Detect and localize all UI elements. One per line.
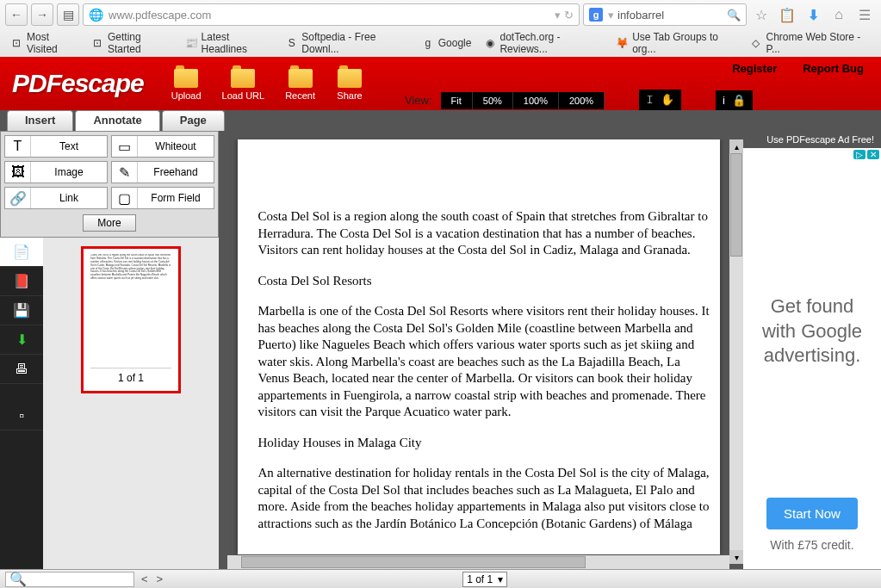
freehand-tool[interactable]: ✎Freehand (111, 161, 214, 183)
doc-scroll[interactable]: Costa Del Sol is a region along the sout… (227, 139, 729, 564)
link-tool[interactable]: 🔗Link (4, 187, 108, 209)
bookmark-item[interactable]: SSoftpedia - Free Downl... (280, 28, 413, 58)
scroll-thumb[interactable] (730, 153, 742, 257)
page-select[interactable]: 1 of 1 ▾ (462, 572, 507, 587)
ad-info-icon[interactable]: ▷ (853, 150, 865, 159)
zoom-100pct[interactable]: 100% (513, 92, 559, 109)
blank-icon[interactable]: ▫ (0, 401, 43, 430)
doc-page: Costa Del Sol is a region along the sout… (238, 139, 720, 554)
bookmark-item[interactable]: gGoogle (416, 34, 477, 53)
tool-label: Image (31, 166, 107, 178)
bookmark-label: Use Tab Groups to org... (632, 31, 737, 55)
register-link[interactable]: Register (732, 62, 777, 75)
thumb-label: 1 of 1 (90, 368, 171, 386)
save-icon[interactable]: 💾 (0, 296, 43, 325)
tool-label: Link (31, 192, 107, 204)
upload-button[interactable]: Upload (171, 66, 202, 101)
tools-grid: TText▭Whiteout🖼Image✎Freehand🔗Link▢Form … (0, 131, 219, 238)
text-cursor-icon[interactable]: 𝙸 (646, 93, 654, 107)
report-bug-link[interactable]: Report Bug (803, 62, 864, 75)
lock-icon[interactable]: 🔒 (732, 94, 746, 107)
zoom-fit[interactable]: Fit (441, 92, 473, 109)
search-dropdown-icon[interactable]: ▾ (608, 9, 614, 22)
tab-page[interactable]: Page (162, 110, 225, 131)
prev-page-button[interactable]: < (141, 573, 148, 585)
download-icon[interactable]: ⬇ (802, 3, 824, 26)
doc-paragraph: An alternative destination for holiday r… (258, 465, 711, 532)
star-icon[interactable]: ☆ (750, 3, 772, 26)
bookmark-item[interactable]: ⊡Most Visited (5, 28, 84, 58)
app-header: PDFescape UploadLoad URLRecentShare View… (0, 57, 881, 110)
tool-label: Form Field (138, 192, 214, 204)
dropdown-icon: ▾ (498, 573, 503, 585)
bookmark-label: dotTech.org - Reviews... (499, 31, 604, 55)
view-controls: View: Fit50%100%200% 𝙸 ✋ i 🔒 (405, 90, 753, 110)
doc-paragraph: Holiday Houses in Malaga City (258, 435, 711, 452)
bookmark-icon: ◇ (749, 36, 762, 50)
pages-icon[interactable]: 📄 (0, 238, 43, 267)
nav-row: ← → ▤ 🌐 www.pdfescape.com ▾ ↻ g ▾ infoba… (0, 0, 881, 29)
download-doc-icon[interactable]: ⬇ (0, 325, 43, 355)
bookmark-label: Chrome Web Store - P... (766, 31, 871, 55)
share-button[interactable]: Share (336, 66, 363, 101)
text-tool[interactable]: TText (4, 135, 108, 158)
bookmark-item[interactable]: 📰Latest Headlines (180, 28, 279, 58)
image-tool[interactable]: 🖼Image (4, 161, 108, 183)
hand-cursor-icon[interactable]: ✋ (661, 93, 674, 107)
google-icon: g (589, 8, 603, 22)
bookmark-icon: ◉ (483, 36, 496, 50)
bookmark-item[interactable]: ◉dotTech.org - Reviews... (478, 28, 609, 58)
back-button[interactable]: ← (5, 3, 28, 26)
bookmark-item[interactable]: 🦊Use Tab Groups to org... (611, 28, 742, 58)
whiteout-tool[interactable]: ▭Whiteout (111, 135, 214, 158)
forward-button[interactable]: → (31, 3, 53, 26)
bookmark-item[interactable]: ⊡Getting Started (86, 28, 178, 58)
logo: PDFescape (0, 69, 156, 98)
tab-annotate[interactable]: Annotate (75, 110, 159, 131)
vertical-scrollbar[interactable]: ▴ ▾ (729, 139, 743, 564)
home-icon[interactable]: ⌂ (828, 3, 850, 26)
folder-link-icon (229, 66, 257, 90)
bottom-search[interactable]: 🔍 (5, 572, 134, 587)
whiteout-icon: ▭ (112, 136, 138, 157)
bookmarks-row: ⊡Most Visited⊡Getting Started📰Latest Hea… (0, 29, 881, 57)
header-btn-label: Upload (171, 90, 202, 101)
link-icon: 🔗 (5, 188, 31, 208)
page-thumbnail[interactable]: Costa Del Sol is a region along the sout… (81, 246, 181, 393)
recent-button[interactable]: Recent (285, 66, 315, 101)
zoom-50pct[interactable]: 50% (473, 92, 513, 109)
ad-start-button[interactable]: Start Now (766, 498, 858, 529)
next-page-button[interactable]: > (157, 573, 164, 585)
ad-free-banner[interactable]: Use PDFescape Ad Free! (743, 131, 881, 148)
pdf-icon[interactable]: 📕 (0, 267, 43, 296)
print-icon[interactable]: 🖶 (0, 355, 43, 384)
folder-up-icon (172, 66, 200, 90)
ad-close-icon[interactable]: ✕ (867, 150, 879, 159)
tab-insert[interactable]: Insert (7, 110, 73, 131)
load-url-button[interactable]: Load URL (222, 66, 265, 101)
info-icon[interactable]: i (723, 94, 725, 107)
bookmark-item[interactable]: ◇Chrome Web Store - P... (744, 28, 876, 58)
left-panel: TText▭Whiteout🖼Image✎Freehand🔗Link▢Form … (0, 131, 219, 569)
search-bar[interactable]: g ▾ infobarrel 🔍 (583, 3, 747, 26)
bookmark-icon: 🦊 (616, 36, 629, 50)
bookmark-label: Latest Headlines (202, 31, 274, 55)
form-field-tool[interactable]: ▢Form Field (111, 187, 214, 209)
url-text: www.pdfescape.com (109, 9, 211, 22)
menu-icon[interactable]: ☰ (853, 3, 876, 26)
scroll-down-icon[interactable]: ▾ (729, 550, 743, 564)
horizontal-scrollbar[interactable] (227, 555, 729, 569)
zoom-200pct[interactable]: 200% (559, 92, 605, 109)
scroll-thumb-h[interactable] (241, 556, 586, 568)
thumb-area: 📄 📕 💾 ⬇ 🖶 ▫ Costa Del Sol is a region al… (0, 238, 219, 569)
bookmark-page-button[interactable]: ▤ (57, 3, 79, 26)
dropdown-icon[interactable]: ▾ ↻ (555, 9, 574, 22)
clipboard-icon[interactable]: 📋 (776, 3, 798, 26)
bookmark-icon: 📰 (185, 36, 198, 50)
scroll-up-icon[interactable]: ▴ (729, 139, 743, 153)
search-go-icon[interactable]: 🔍 (727, 9, 741, 22)
more-button[interactable]: More (83, 214, 135, 232)
url-bar[interactable]: 🌐 www.pdfescape.com ▾ ↻ (83, 3, 580, 26)
form field-icon: ▢ (112, 188, 138, 208)
header-links: Register Report Bug (732, 62, 864, 75)
